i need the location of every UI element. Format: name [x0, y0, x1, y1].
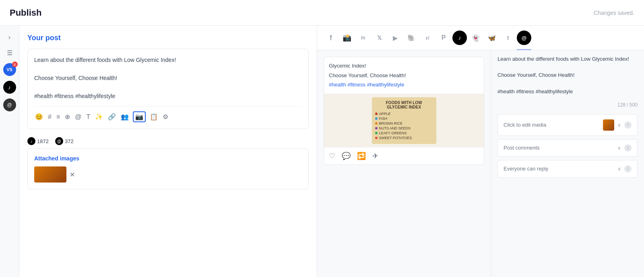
post-comments-label: Post comments [504, 145, 540, 151]
settings-hashtags: #health #fitness #healthylifestyle [497, 88, 573, 94]
food-dot [375, 113, 378, 115]
attached-preview: ✕ [34, 166, 302, 183]
link-icon[interactable]: 🔗 [107, 112, 117, 121]
avatar-initials: VS [6, 67, 12, 72]
threads-circle-icon: @ [55, 137, 63, 145]
tab-bluesky[interactable]: 🦋 [485, 31, 499, 45]
edit-media-chevron-icon: ∨ [617, 122, 621, 128]
food-item-nuts: NUTS AND SEEDS [375, 126, 433, 130]
settings-icon[interactable]: ⚙ [162, 112, 169, 121]
char-count: 128 / 500 [497, 102, 638, 108]
repost-icon[interactable]: 🔁 [357, 152, 366, 160]
attached-images-section: Attached images ✕ [27, 148, 309, 189]
post-comments-row[interactable]: Post comments ∨ i [497, 139, 638, 157]
tiktok-account-avatar[interactable]: ♪ [3, 81, 16, 94]
tab-pinterest[interactable]: P [436, 31, 451, 45]
tab-reddit[interactable]: r/ [420, 31, 435, 45]
tab-mastodon[interactable]: 🐘 [404, 31, 419, 45]
tab-threads[interactable]: @ [517, 31, 531, 45]
your-post-title: Your post [27, 34, 309, 42]
reply-setting-info-icon[interactable]: i [624, 165, 632, 172]
threads-count: @ 372 [55, 137, 74, 145]
editor-toolbar: 😊 # ≡ ⊕ @ T ✨ 🔗 👥 📷 📋 ⚙ [34, 106, 302, 122]
reply-setting-right: ∨ i [617, 165, 632, 172]
edit-media-info-icon[interactable]: i [624, 121, 632, 129]
tiktok-count: ♪ 1872 [27, 137, 49, 145]
comment-icon[interactable]: 💬 [342, 152, 351, 160]
like-icon[interactable]: ♡ [329, 152, 335, 160]
food-infographic: FOODS WITH LOW GLYCEMIC INDEX APPLE FISH [372, 97, 436, 144]
food-item-leafy: LEAFY GREENS [375, 131, 433, 135]
tiktok-char-count: 1872 [37, 138, 49, 144]
post-text-content[interactable]: Learn about the different foods with Low… [34, 55, 302, 101]
share-icon[interactable]: ✈ [372, 152, 378, 160]
tab-twitter[interactable]: 𝕏 [372, 31, 386, 45]
notification-badge: 2 [12, 62, 18, 67]
text-icon[interactable]: T [86, 113, 91, 121]
preview-col: Glycemic Index! Choose Yourself, Choose … [317, 50, 491, 277]
post-comments-info-icon[interactable]: i [624, 144, 632, 152]
sidebar-toggle[interactable]: › [7, 32, 12, 43]
reply-setting-chevron-icon: ∨ [617, 166, 621, 172]
remove-image-button[interactable]: ✕ [70, 171, 75, 179]
settings-preview-text: Learn about the different foods with Low… [497, 55, 638, 96]
post-editor[interactable]: Learn about the different foods with Low… [27, 49, 309, 129]
attached-images-title: Attached images [34, 155, 302, 162]
edit-media-label: Click to edit media [504, 122, 546, 128]
main-layout: › ☰ VS 2 ♪ @ Your post Learn about the d… [0, 26, 644, 277]
list-icon[interactable]: ≡ [56, 113, 61, 121]
tiktok-icon: ♪ [8, 84, 11, 90]
preview-scrolled-text: Glycemic Index! [329, 62, 479, 70]
magic-icon[interactable]: ✨ [94, 112, 104, 121]
camera-icon[interactable]: 📷 [133, 111, 146, 122]
food-item-apple: APPLE [375, 112, 433, 116]
preview-hashtags: #health #fitness #healthylifestyle [329, 81, 479, 89]
tab-snapchat[interactable]: 👻 [469, 31, 483, 45]
settings-col: Learn about the different foods with Low… [491, 50, 644, 277]
reply-setting-row[interactable]: Everyone can reply ∨ i [497, 160, 638, 178]
platform-tabs: f 📸 in 𝕏 ▶ 🐘 r/ P ♪ 👻 🦋 t @ [317, 26, 644, 50]
attached-image-thumb[interactable] [34, 166, 66, 183]
threads-icon: @ [7, 102, 12, 108]
hashtag-icon[interactable]: # [47, 113, 52, 121]
group-icon[interactable]: 👥 [120, 112, 130, 121]
save-status: Changes saved. [594, 10, 634, 16]
post-comments-chevron-icon: ∨ [617, 145, 621, 151]
tab-tiktok[interactable]: ♪ [452, 31, 467, 45]
right-panel: f 📸 in 𝕏 ▶ 🐘 r/ P ♪ 👻 🦋 t @ Glycemi [317, 26, 644, 277]
preview-post-text: Glycemic Index! Choose Yourself, Choose … [324, 57, 484, 94]
app-title: Publish [10, 8, 41, 18]
right-content: Glycemic Index! Choose Yourself, Choose … [317, 50, 644, 277]
reply-setting-label: Everyone can reply [504, 166, 548, 172]
threads-account-avatar[interactable]: @ [3, 98, 16, 111]
preview-image-area: FOODS WITH LOW GLYCEMIC INDEX APPLE FISH [324, 94, 484, 147]
tab-youtube[interactable]: ▶ [388, 31, 402, 45]
emoji-icon[interactable]: 😊 [34, 112, 44, 121]
food-dot [375, 122, 378, 125]
preview-main-text: Choose Yourself, Choose Health! [329, 72, 479, 80]
left-sidebar: › ☰ VS 2 ♪ @ [0, 26, 19, 277]
food-dot [375, 132, 378, 134]
mention-icon[interactable]: @ [74, 113, 82, 121]
food-dot [375, 117, 378, 120]
tab-tumblr[interactable]: t [501, 31, 515, 45]
preview-action-bar: ♡ 💬 🔁 ✈ [324, 147, 484, 164]
header: Publish Changes saved. [0, 0, 644, 26]
edit-media-row[interactable]: Click to edit media ∨ i [497, 114, 638, 136]
food-item-sweetpotatoes: SWEET POTATOES [375, 136, 433, 140]
platform-counts: ♪ 1872 @ 372 [27, 134, 309, 148]
food-card-title: FOODS WITH LOW GLYCEMIC INDEX [375, 101, 433, 109]
menu-icon[interactable]: ☰ [5, 47, 14, 58]
user-avatar[interactable]: VS 2 [3, 63, 16, 76]
tab-facebook[interactable]: f [324, 31, 338, 45]
media-thumbnail [603, 119, 614, 131]
tab-linkedin[interactable]: in [356, 31, 370, 45]
food-item-brownrice: BROWN RICE [375, 121, 433, 125]
food-dot [375, 127, 378, 129]
tab-instagram[interactable]: 📸 [340, 31, 354, 45]
copy-icon[interactable]: 📋 [149, 112, 159, 121]
threads-char-count: 372 [65, 138, 74, 144]
post-comments-right: ∨ i [617, 144, 632, 152]
add-icon[interactable]: ⊕ [64, 112, 71, 121]
left-panel: Your post Learn about the different food… [19, 26, 317, 277]
